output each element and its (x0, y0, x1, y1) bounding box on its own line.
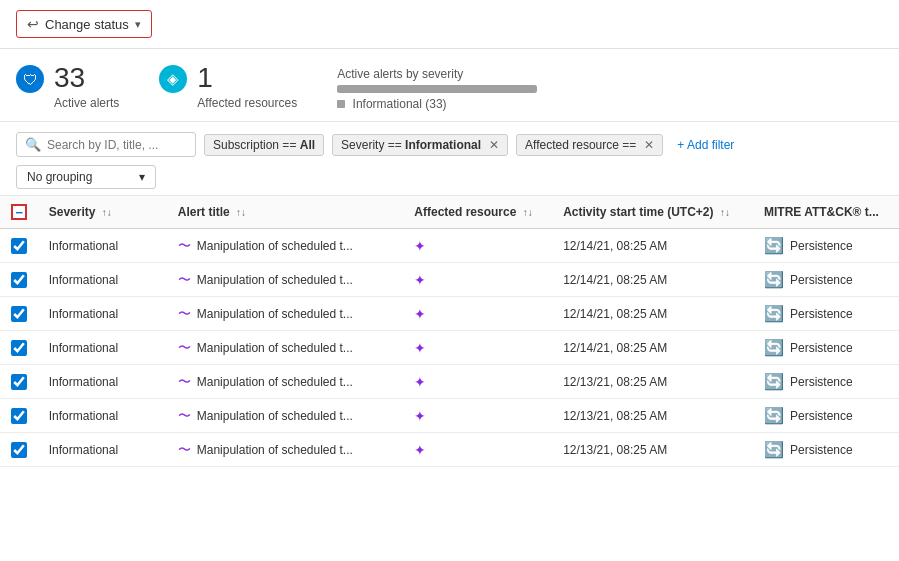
severity-bar-title: Active alerts by severity (337, 67, 537, 81)
row-checkbox[interactable] (11, 238, 27, 254)
row-alert-title[interactable]: 〜Manipulation of scheduled t... (168, 365, 405, 399)
resource-type-icon: ✦ (414, 238, 426, 254)
row-checkbox-cell[interactable] (0, 229, 39, 263)
header-checkbox-cell[interactable] (0, 196, 39, 229)
row-mitre: 🔄Persistence (754, 229, 899, 263)
filter-chip-resource-text: Affected resource == (525, 138, 636, 152)
row-checkbox-cell[interactable] (0, 433, 39, 467)
affected-resources-stat: ◈ 1 Affected resources (159, 63, 297, 110)
row-alert-title[interactable]: 〜Manipulation of scheduled t... (168, 331, 405, 365)
search-box[interactable]: 🔍 (16, 132, 196, 157)
row-checkbox[interactable] (11, 272, 27, 288)
resource-type-icon: ✦ (414, 408, 426, 424)
row-checkbox-cell[interactable] (0, 365, 39, 399)
row-affected-resource: ✦ (404, 229, 553, 263)
header-severity[interactable]: Severity ↑↓ (39, 196, 168, 229)
row-checkbox[interactable] (11, 442, 27, 458)
row-checkbox[interactable] (11, 306, 27, 322)
change-status-label: Change status (45, 17, 129, 32)
row-alert-title[interactable]: 〜Manipulation of scheduled t... (168, 263, 405, 297)
row-affected-resource: ✦ (404, 365, 553, 399)
severity-badge: Informational (49, 341, 118, 355)
add-filter-button[interactable]: + Add filter (671, 135, 740, 155)
header-activity-time[interactable]: Activity start time (UTC+2) ↑↓ (553, 196, 754, 229)
mitre-tactic-text: Persistence (790, 273, 853, 287)
severity-badge: Informational (49, 273, 118, 287)
severity-badge: Informational (49, 239, 118, 253)
mitre-tactic-text: Persistence (790, 443, 853, 457)
row-checkbox[interactable] (11, 340, 27, 356)
header-checkbox[interactable] (11, 204, 27, 220)
alert-title-text: Manipulation of scheduled t... (197, 341, 353, 355)
sort-resource-icon[interactable]: ↑↓ (523, 207, 533, 218)
alert-wave-icon: 〜 (178, 407, 191, 425)
alert-wave-icon: 〜 (178, 441, 191, 459)
filter-chip-severity-close[interactable]: ✕ (489, 138, 499, 152)
row-alert-title[interactable]: 〜Manipulation of scheduled t... (168, 399, 405, 433)
alerts-table: Severity ↑↓ Alert title ↑↓ Affected reso… (0, 196, 899, 467)
row-alert-title[interactable]: 〜Manipulation of scheduled t... (168, 297, 405, 331)
row-alert-title[interactable]: 〜Manipulation of scheduled t... (168, 433, 405, 467)
sort-time-icon[interactable]: ↑↓ (720, 207, 730, 218)
row-checkbox-cell[interactable] (0, 399, 39, 433)
search-input[interactable] (47, 138, 187, 152)
row-mitre: 🔄Persistence (754, 331, 899, 365)
header-severity-label: Severity (49, 205, 96, 219)
row-checkbox-cell[interactable] (0, 297, 39, 331)
row-checkbox-cell[interactable] (0, 331, 39, 365)
table-row[interactable]: Informational〜Manipulation of scheduled … (0, 365, 899, 399)
row-severity: Informational (39, 263, 168, 297)
sort-title-icon[interactable]: ↑↓ (236, 207, 246, 218)
affected-resources-count: 1 (197, 63, 297, 94)
alert-icon: 🛡 (16, 65, 44, 93)
header-affected-resource[interactable]: Affected resource ↑↓ (404, 196, 553, 229)
table-row[interactable]: Informational〜Manipulation of scheduled … (0, 331, 899, 365)
row-severity: Informational (39, 297, 168, 331)
mitre-tactic-text: Persistence (790, 409, 853, 423)
table-row[interactable]: Informational〜Manipulation of scheduled … (0, 297, 899, 331)
mitre-cycle-icon: 🔄 (764, 440, 784, 459)
filter-chip-resource-close[interactable]: ✕ (644, 138, 654, 152)
header-mitre-label: MITRE ATT&CK® t... (764, 205, 879, 219)
grouping-label: No grouping (27, 170, 92, 184)
row-mitre: 🔄Persistence (754, 433, 899, 467)
mitre-tactic-text: Persistence (790, 239, 853, 253)
row-affected-resource: ✦ (404, 263, 553, 297)
filter-chip-severity: Severity == Informational ✕ (332, 134, 508, 156)
severity-bar-text: Informational (33) (353, 97, 447, 111)
undo-icon: ↩ (27, 16, 39, 32)
filter-chip-resource: Affected resource == ✕ (516, 134, 663, 156)
severity-bar-fill (337, 85, 537, 93)
mitre-cycle-icon: 🔄 (764, 304, 784, 323)
header-alert-title[interactable]: Alert title ↑↓ (168, 196, 405, 229)
alert-title-text: Manipulation of scheduled t... (197, 375, 353, 389)
severity-bar-section: Active alerts by severity Informational … (337, 63, 537, 111)
severity-badge: Informational (49, 443, 118, 457)
alert-wave-icon: 〜 (178, 339, 191, 357)
header-time-label: Activity start time (UTC+2) (563, 205, 713, 219)
top-bar: ↩ Change status ▾ (0, 0, 899, 49)
resource-type-icon: ✦ (414, 306, 426, 322)
grouping-select[interactable]: No grouping ▾ (16, 165, 156, 189)
filter-chip-subscription: Subscription == All (204, 134, 324, 156)
row-checkbox[interactable] (11, 408, 27, 424)
row-checkbox[interactable] (11, 374, 27, 390)
table-row[interactable]: Informational〜Manipulation of scheduled … (0, 433, 899, 467)
alert-title-text: Manipulation of scheduled t... (197, 273, 353, 287)
severity-bar-track (337, 85, 537, 93)
row-checkbox-cell[interactable] (0, 263, 39, 297)
active-alerts-label: Active alerts (54, 96, 119, 110)
sort-severity-icon[interactable]: ↑↓ (102, 207, 112, 218)
table-row[interactable]: Informational〜Manipulation of scheduled … (0, 229, 899, 263)
row-affected-resource: ✦ (404, 331, 553, 365)
change-status-button[interactable]: ↩ Change status ▾ (16, 10, 152, 38)
grouping-chevron-icon: ▾ (139, 170, 145, 184)
row-mitre: 🔄Persistence (754, 365, 899, 399)
row-activity-time: 12/13/21, 08:25 AM (553, 433, 754, 467)
table-row[interactable]: Informational〜Manipulation of scheduled … (0, 399, 899, 433)
alert-wave-icon: 〜 (178, 305, 191, 323)
resource-type-icon: ✦ (414, 374, 426, 390)
table-row[interactable]: Informational〜Manipulation of scheduled … (0, 263, 899, 297)
header-checkbox-wrapper[interactable] (10, 204, 29, 220)
row-alert-title[interactable]: 〜Manipulation of scheduled t... (168, 229, 405, 263)
